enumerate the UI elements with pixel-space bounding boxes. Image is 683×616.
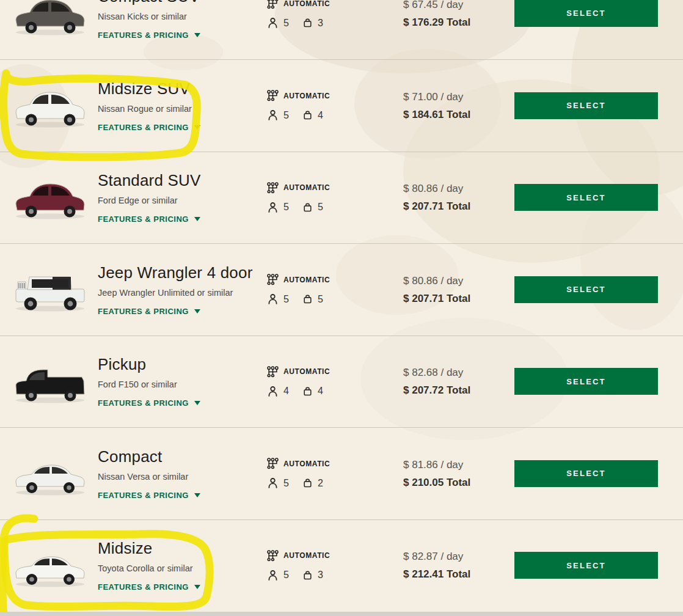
features-pricing-toggle[interactable]: FEATURES & PRICING [98, 582, 200, 592]
transmission-icon [267, 458, 279, 469]
bag-icon [302, 570, 313, 581]
person-icon [267, 570, 279, 581]
vehicle-class-title: Standard SUV [98, 171, 267, 190]
vehicle-pricing: $ 71.00 / day $ 184.61 Total [403, 88, 514, 123]
features-pricing-label: FEATURES & PRICING [98, 123, 189, 132]
bag-icon [302, 478, 313, 488]
luggage-count: 3 [318, 570, 323, 581]
vehicle-model: Nissan Versa or similar [98, 472, 267, 482]
select-button[interactable]: SELECT [514, 0, 658, 27]
transmission-icon [267, 274, 279, 285]
vehicle-specs: AUTOMATIC 5 [267, 0, 403, 29]
features-pricing-toggle[interactable]: FEATURES & PRICING [98, 307, 200, 316]
vehicle-model: Ford F150 or similar [98, 380, 267, 389]
features-pricing-label: FEATURES & PRICING [98, 491, 189, 500]
transmission-label: AUTOMATIC [283, 551, 330, 560]
select-button[interactable]: SELECT [514, 276, 658, 303]
price-per-day: $ 71.00 / day [403, 88, 514, 106]
price-total: $ 210.05 Total [403, 474, 514, 491]
person-icon [267, 477, 279, 489]
vehicle-row: Midsize SUV Nissan Rogue or similar FEAT… [0, 59, 683, 152]
vehicle-image [11, 451, 89, 496]
vehicle-model: Nissan Kicks or similar [98, 12, 267, 21]
chevron-down-icon [194, 493, 200, 497]
price-per-day: $ 80.86 / day [403, 180, 514, 197]
person-icon [267, 293, 279, 305]
vehicle-row: Jeep Wrangler 4 door Jeep Wrangler Unlim… [0, 243, 683, 336]
vehicle-row: Compact Nissan Versa or similar FEATURES… [0, 427, 683, 519]
select-button[interactable]: SELECT [514, 460, 658, 487]
features-pricing-toggle[interactable]: FEATURES & PRICING [98, 398, 200, 408]
person-icon [267, 17, 279, 29]
vehicle-model: Nissan Rogue or similar [98, 104, 267, 114]
person-icon [267, 109, 279, 121]
bottom-scrollbar[interactable] [0, 612, 683, 616]
select-button[interactable]: SELECT [514, 92, 658, 119]
vehicle-pricing: $ 67.45 / day $ 176.29 Total [403, 0, 514, 31]
chevron-down-icon [194, 33, 200, 37]
select-button[interactable]: SELECT [514, 552, 658, 579]
features-pricing-label: FEATURES & PRICING [98, 398, 189, 408]
passenger-count: 5 [283, 478, 289, 489]
passenger-count: 5 [283, 570, 289, 581]
transmission-icon [267, 90, 279, 101]
transmission-icon [267, 550, 279, 562]
luggage-count: 5 [318, 294, 323, 305]
bag-icon [302, 294, 313, 304]
passenger-count: 5 [283, 110, 289, 121]
features-pricing-label: FEATURES & PRICING [98, 582, 189, 592]
vehicle-info: Jeep Wrangler 4 door Jeep Wrangler Unlim… [98, 263, 267, 316]
transmission-label: AUTOMATIC [283, 92, 330, 100]
chevron-down-icon [194, 217, 200, 221]
vehicle-info: Midsize Toyota Corolla or similar FEATUR… [98, 539, 267, 592]
chevron-down-icon [194, 309, 200, 314]
transmission-label: AUTOMATIC [283, 0, 330, 8]
vehicle-image [11, 83, 89, 128]
vehicle-image [11, 175, 89, 220]
vehicle-pricing: $ 80.86 / day $ 207.71 Total [403, 272, 514, 307]
price-total: $ 207.71 Total [403, 290, 514, 307]
person-icon [267, 202, 279, 213]
features-pricing-toggle[interactable]: FEATURES & PRICING [98, 31, 200, 40]
vehicle-row: Pickup Ford F150 or similar FEATURES & P… [0, 336, 683, 428]
chevron-down-icon [194, 401, 200, 405]
features-pricing-toggle[interactable]: FEATURES & PRICING [98, 123, 200, 132]
price-total: $ 207.71 Total [403, 197, 514, 215]
vehicle-pricing: $ 80.86 / day $ 207.71 Total [403, 180, 514, 215]
bag-icon [302, 18, 313, 28]
vehicle-specs: AUTOMATIC 5 [267, 90, 403, 121]
select-button[interactable]: SELECT [514, 184, 658, 211]
price-total: $ 212.41 Total [403, 565, 514, 583]
vehicle-pricing: $ 81.86 / day $ 210.05 Total [403, 456, 514, 491]
vehicle-model: Jeep Wrangler Unlimited or similar [98, 288, 267, 298]
person-icon [267, 386, 279, 397]
vehicle-row: Compact SUV Nissan Kicks or similar FEAT… [0, 0, 683, 59]
transmission-icon [267, 366, 279, 378]
vehicle-class-title: Compact [98, 447, 267, 466]
price-per-day: $ 67.45 / day [403, 0, 514, 13]
price-total: $ 184.61 Total [403, 106, 514, 123]
vehicle-info: Compact Nissan Versa or similar FEATURES… [98, 447, 267, 500]
chevron-down-icon [194, 125, 200, 130]
vehicle-row: Standard SUV Ford Edge or similar FEATUR… [0, 152, 683, 244]
vehicle-class-title: Midsize [98, 539, 267, 558]
vehicle-specs: AUTOMATIC 5 [267, 550, 403, 581]
vehicle-class-title: Jeep Wrangler 4 door [98, 263, 267, 282]
transmission-icon [267, 0, 279, 9]
features-pricing-toggle[interactable]: FEATURES & PRICING [98, 215, 200, 224]
features-pricing-toggle[interactable]: FEATURES & PRICING [98, 491, 200, 500]
price-per-day: $ 80.86 / day [403, 272, 514, 290]
select-button[interactable]: SELECT [514, 368, 658, 395]
vehicle-info: Compact SUV Nissan Kicks or similar FEAT… [98, 0, 267, 40]
vehicle-row: Midsize Toyota Corolla or similar FEATUR… [0, 519, 683, 612]
luggage-count: 4 [318, 386, 323, 397]
features-pricing-label: FEATURES & PRICING [98, 307, 189, 316]
price-per-day: $ 81.86 / day [403, 456, 514, 474]
price-per-day: $ 82.87 / day [403, 548, 514, 565]
vehicle-class-title: Compact SUV [98, 0, 267, 6]
vehicle-specs: AUTOMATIC 5 [267, 274, 403, 305]
luggage-count: 4 [318, 110, 323, 121]
chevron-down-icon [194, 585, 200, 589]
luggage-count: 2 [318, 478, 323, 489]
price-total: $ 176.29 Total [403, 13, 514, 31]
